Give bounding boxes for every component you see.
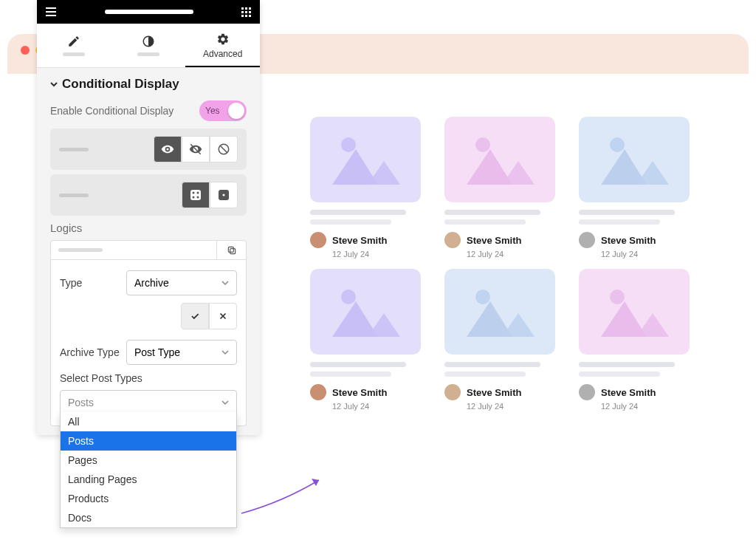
svg-point-15 [341,137,356,152]
apps-icon[interactable] [241,7,251,17]
author-name: Steve Smith [467,387,521,398]
post-thumbnail [310,269,421,355]
enable-label: Enable Conditional Display [50,105,173,117]
avatar [579,232,595,248]
close-icon [218,311,228,321]
post-date: 12 July 24 [467,402,570,411]
svg-point-9 [197,196,199,199]
svg-point-7 [197,192,199,194]
match-strip [50,174,247,216]
post-types-dropdown: AllPostsPagesLanding PagesProductsDocs [60,412,237,528]
post-excerpt [310,210,436,225]
avatar [444,384,461,400]
panel-tabs: Advanced [37,24,260,68]
disabled-button[interactable] [210,136,238,162]
tab-advanced-label: Advanced [203,49,242,59]
panel-title-placeholder [105,10,193,14]
hidden-button[interactable] [182,136,210,162]
post-author: Steve Smith [310,232,436,248]
post-thumbnail [444,117,555,202]
avatar [444,232,461,248]
post-date: 12 July 24 [467,250,570,259]
match-all-button[interactable] [182,182,210,208]
svg-point-21 [341,290,356,304]
chevron-down-icon [50,81,58,88]
menu-icon[interactable] [46,7,56,16]
post-card[interactable]: Steve Smith 12 July 24 [310,269,436,411]
archive-type-label: Archive Type [60,346,126,358]
dropdown-option[interactable]: Docs [61,508,236,527]
archive-type-select[interactable]: Post Type [126,340,237,365]
enable-toggle[interactable]: Yes [199,100,247,121]
chevron-down-icon [221,349,229,356]
post-date: 12 July 24 [332,250,436,259]
post-card[interactable]: Steve Smith 12 July 24 [310,117,436,259]
dropdown-option[interactable]: Products [61,489,236,508]
cancel-button[interactable] [209,303,237,329]
svg-point-8 [193,196,195,199]
copy-icon [227,245,237,256]
author-name: Steve Smith [601,235,656,246]
dropdown-option[interactable]: Landing Pages [61,470,236,489]
visible-button[interactable] [154,136,182,162]
logic-header [50,240,247,260]
gear-icon [216,32,230,46]
post-thumbnail [579,269,690,355]
svg-point-25 [610,290,625,304]
svg-rect-5 [190,190,201,200]
avatar [310,232,326,248]
post-excerpt [579,362,704,377]
match-any-button[interactable] [210,182,238,208]
tab-content[interactable] [37,24,111,67]
author-name: Steve Smith [601,387,656,398]
dropdown-option[interactable]: All [61,412,236,431]
post-types-select[interactable]: Posts [60,390,237,415]
svg-point-11 [223,194,225,196]
chevron-down-icon [221,279,229,287]
post-excerpt [444,362,570,377]
post-excerpt [444,210,570,225]
post-author: Steve Smith [310,384,436,400]
post-thumbnail [579,117,690,202]
eye-icon [161,143,174,156]
select-post-types-label: Select Post Types [60,372,237,384]
type-select[interactable]: Archive [126,270,237,295]
panel-topbar [37,0,260,24]
tab-advanced[interactable]: Advanced [185,24,260,67]
svg-rect-22 [444,269,555,355]
duplicate-button[interactable] [216,241,246,259]
pencil-icon [67,35,80,48]
post-excerpt [310,362,436,377]
avatar [310,384,326,400]
post-date: 12 July 24 [601,250,704,259]
post-card[interactable]: Steve Smith 12 July 24 [444,269,570,411]
post-author: Steve Smith [444,232,570,248]
post-author: Steve Smith [579,232,704,248]
tab-style[interactable] [111,24,186,67]
avatar [579,384,595,400]
post-author: Steve Smith [579,384,704,400]
dot-icon [218,189,230,201]
chevron-down-icon [221,399,229,406]
svg-rect-18 [579,117,690,202]
svg-rect-20 [310,269,421,355]
dropdown-option[interactable]: Posts [61,431,236,451]
section-title: Conditional Display [62,77,179,92]
post-card[interactable]: Steve Smith 12 July 24 [444,117,570,259]
check-icon [190,311,200,321]
svg-rect-16 [444,117,555,202]
eye-off-icon [189,143,202,156]
post-card[interactable]: Steve Smith 12 July 24 [579,269,704,411]
post-date: 12 July 24 [332,402,436,411]
post-author: Steve Smith [444,384,570,400]
editor-panel: Advanced Conditional Display Enable Cond… [37,0,260,435]
contrast-icon [142,35,155,48]
section-header[interactable]: Conditional Display [50,77,247,92]
logic-body: Type Archive Archive Type Post Type Sele… [50,260,247,426]
confirm-button[interactable] [181,303,209,329]
dropdown-option[interactable]: Pages [61,451,236,470]
post-card[interactable]: Steve Smith 12 July 24 [579,117,704,259]
svg-point-17 [475,137,490,152]
ban-icon [217,143,230,156]
post-grid: Steve Smith 12 July 24 Steve Smith 12 Ju… [310,117,704,411]
